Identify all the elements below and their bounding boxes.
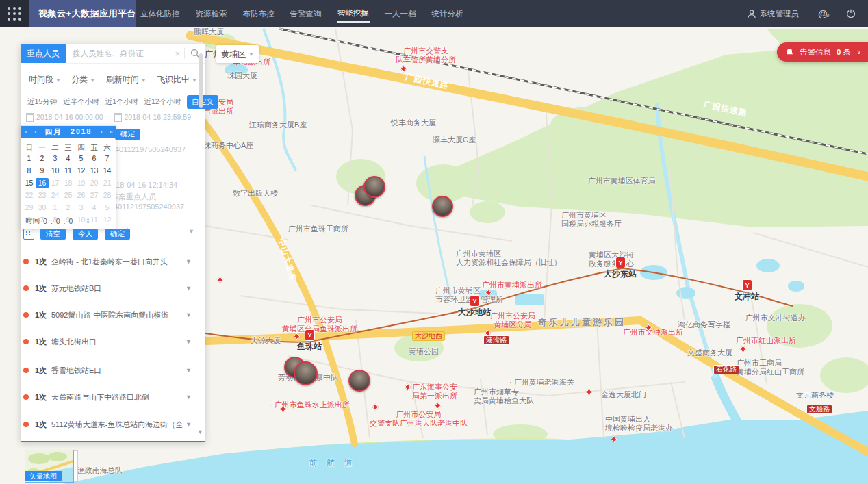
quick-range-3[interactable]: 近1个小时 — [105, 97, 138, 107]
person-avatar[interactable] — [432, 196, 453, 217]
calendar-day[interactable]: 30 — [36, 203, 49, 213]
clear-button[interactable]: 清空 — [40, 229, 66, 240]
calendar-day[interactable]: 16 — [36, 178, 49, 188]
current-user[interactable]: 系统管理员 — [760, 9, 800, 19]
calendar-day[interactable]: 5 — [75, 153, 88, 164]
person-avatar[interactable] — [363, 176, 385, 198]
calendar-day[interactable]: 18 — [62, 178, 75, 188]
date-to[interactable]: 2018-04-16 23:59:59 — [125, 113, 192, 121]
calendar-day[interactable]: 4 — [62, 153, 75, 164]
chevron-down-icon[interactable]: ▼ — [186, 394, 192, 400]
calendar-day[interactable]: 24 — [49, 190, 62, 201]
calendar-day[interactable]: 4 — [88, 203, 101, 213]
calendar-day[interactable]: 19 — [75, 178, 88, 188]
calendar-day[interactable]: 2 — [36, 153, 49, 164]
apps-grid-icon[interactable] — [0, 0, 29, 27]
confirm-button-top[interactable]: 确定 — [115, 129, 140, 140]
list-item[interactable]: 1次苏元地铁站B口▼ — [23, 280, 192, 296]
chevron-down-icon[interactable]: ▼ — [186, 338, 192, 345]
account-security-icon[interactable]: @⚙ — [818, 8, 830, 19]
nav-item-7[interactable]: 统计分析 — [431, 6, 464, 22]
filter-dropdown-2[interactable]: 分类▼ — [71, 74, 95, 86]
today-button[interactable]: 今天 — [73, 229, 98, 240]
quick-range-2[interactable]: 近半个小时 — [63, 97, 99, 107]
chevron-down-icon[interactable]: ▼ — [186, 285, 192, 292]
calendar-day[interactable]: 13 — [88, 166, 101, 176]
calendar-day[interactable]: 12 — [75, 166, 88, 176]
calendar-day[interactable]: 6 — [88, 153, 101, 164]
tab-key-person[interactable]: 重点人员 — [21, 44, 66, 63]
calendar-day[interactable]: 1 — [23, 153, 36, 164]
filter-dropdown-3[interactable]: 刷新时间▼ — [106, 74, 146, 86]
prev-year-icon[interactable]: « — [21, 129, 31, 136]
next-month-icon[interactable]: › — [97, 129, 106, 136]
chevron-down-icon[interactable]: ▼ — [188, 228, 194, 235]
minute-value[interactable]: 0 — [56, 217, 60, 225]
list-item[interactable]: 1次塘头北街出口▼ — [23, 333, 192, 350]
list-item[interactable]: 1次企岭街 - 北1巷秦岭东一巷口向井头▼ — [23, 253, 192, 270]
calendar-day[interactable]: 5 — [101, 203, 114, 213]
list-item[interactable]: 1次5112黄埔大道东-鱼珠总站向海边街（全）▼ — [23, 416, 192, 433]
person-avatar[interactable] — [294, 361, 318, 385]
calendar-day[interactable]: 2 — [62, 203, 75, 213]
person-avatar[interactable] — [348, 370, 370, 392]
list-item[interactable]: 1次天麓南路与山下中路路口北侧▼ — [23, 389, 192, 405]
quick-range-4[interactable]: 近12个小时 — [144, 97, 181, 107]
nav-item-4[interactable]: 告警查询 — [290, 6, 322, 22]
chevron-down-icon[interactable]: ▼ — [186, 258, 192, 265]
calendar-day[interactable]: 25 — [62, 190, 75, 201]
calendar-day[interactable]: 10 — [49, 166, 62, 176]
nav-item-6[interactable]: 一人一档 — [384, 6, 417, 22]
power-icon[interactable] — [846, 9, 856, 18]
list-item[interactable]: 1次香雪地铁站E口▼ — [23, 362, 192, 379]
hour-value[interactable]: 0 — [43, 217, 47, 225]
calendar-day[interactable]: 11 — [62, 166, 75, 176]
nav-item-2[interactable]: 资源检索 — [195, 6, 228, 22]
nav-item-1[interactable]: 立体化防控 — [140, 6, 181, 22]
filter-dropdown-4[interactable]: 飞识比中▼ — [157, 74, 197, 86]
calendar-day[interactable]: 17 — [49, 178, 62, 188]
calendar-day[interactable]: 28 — [101, 190, 114, 201]
calendar-day[interactable]: 12 — [101, 215, 114, 225]
second-value[interactable]: 0 — [69, 217, 73, 225]
calendar-day[interactable]: 21 — [101, 178, 114, 188]
clear-icon[interactable]: × — [175, 49, 180, 59]
chevron-down-icon[interactable]: ∨ — [856, 49, 861, 55]
filter-dropdown-1[interactable]: 时间段▼ — [29, 74, 61, 86]
date-from[interactable]: 2018-04-16 00:00:00 — [36, 113, 103, 121]
search-icon[interactable] — [190, 49, 200, 58]
calendar-day[interactable]: 29 — [23, 203, 36, 213]
calendar-day[interactable]: 8 — [23, 166, 36, 176]
calendar-day[interactable]: 26 — [75, 190, 88, 201]
minimap-type-badge[interactable]: 矢量地图 — [25, 471, 62, 481]
time-stepper[interactable]: ▲▼ — [86, 218, 90, 225]
prev-month-icon[interactable]: ‹ — [31, 129, 40, 136]
chevron-down-icon[interactable]: ▼ — [186, 311, 192, 318]
user-icon[interactable] — [747, 9, 756, 18]
calendar-day[interactable]: 9 — [36, 166, 49, 176]
ok-button[interactable]: 确定 — [105, 229, 130, 240]
panel-scrollbar[interactable] — [199, 53, 203, 108]
calendar-day[interactable]: 22 — [23, 190, 36, 201]
chevron-down-icon[interactable]: ▼ — [186, 367, 192, 374]
calendar-day[interactable]: 7 — [101, 153, 114, 164]
calendar-day[interactable]: 20 — [88, 178, 101, 188]
quick-range-1[interactable]: 近15分钟 — [27, 97, 57, 107]
calendar-day[interactable]: 3 — [49, 153, 62, 164]
calendar-day[interactable]: 14 — [101, 166, 114, 176]
calendar-day[interactable]: 15 — [23, 178, 36, 188]
scroll-down-icon[interactable]: ▼ — [197, 429, 203, 435]
calendar-grid-icon[interactable] — [23, 229, 34, 240]
next-year-icon[interactable]: » — [106, 129, 116, 136]
calendar-day[interactable]: 1 — [49, 203, 62, 213]
district-dropdown[interactable]: 黄埔区▼ — [216, 45, 259, 63]
nav-item-5[interactable]: 智能挖掘 — [337, 5, 370, 23]
list-item[interactable]: 1次5092蟹山路-中医院东南向蟹山横街▼ — [23, 307, 192, 323]
calendar-day[interactable]: 3 — [75, 203, 88, 213]
alert-banner[interactable]: 告警信息 0 条 ∨ — [777, 42, 868, 62]
chevron-down-icon[interactable]: ▼ — [186, 421, 192, 428]
nav-item-3[interactable]: 布防布控 — [242, 6, 275, 22]
calendar-day[interactable]: 23 — [36, 190, 49, 201]
calendar-day[interactable]: 27 — [88, 190, 101, 201]
search-input[interactable] — [71, 49, 170, 58]
